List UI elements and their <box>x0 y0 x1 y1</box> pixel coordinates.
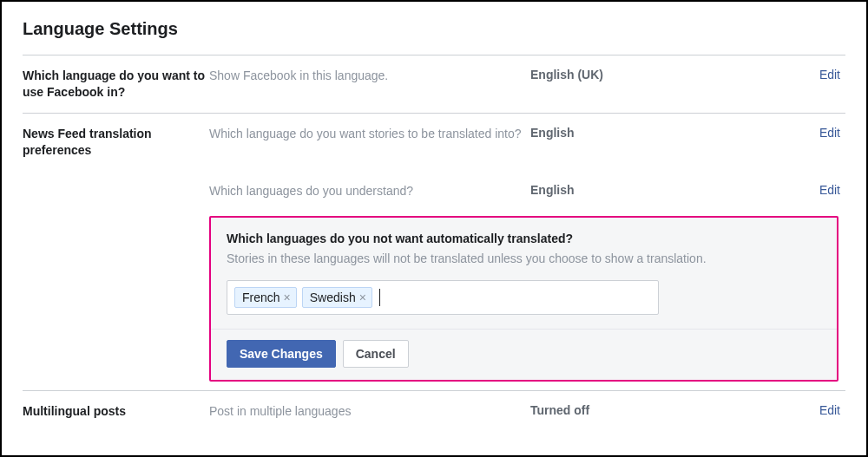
row-value: Turned off <box>530 403 747 417</box>
token-label: Swedish <box>310 291 356 304</box>
settings-frame: Language Settings Which language do you … <box>0 0 868 457</box>
edit-link[interactable]: Edit <box>819 126 845 159</box>
row-description: Post in multiple languages <box>209 403 530 420</box>
row-multilingual-posts: Multilingual posts Post in multiple lang… <box>23 391 845 432</box>
remove-token-icon[interactable]: × <box>284 291 291 304</box>
row-value: English <box>530 126 747 159</box>
token-label: French <box>242 291 280 304</box>
row-value: English <box>530 183 747 199</box>
panel-title: Which languages do you not want automati… <box>227 232 821 245</box>
language-token: Swedish × <box>302 287 372 308</box>
edit-link[interactable]: Edit <box>819 403 845 417</box>
row-label: Which language do you want to use Facebo… <box>23 68 209 101</box>
row-label: News Feed translation preferences <box>23 126 209 159</box>
edit-link[interactable]: Edit <box>819 68 845 82</box>
row-label: Multilingual posts <box>23 403 209 420</box>
cancel-button[interactable]: Cancel <box>343 340 409 368</box>
row-value: English (UK) <box>530 68 747 82</box>
panel-buttons: Save Changes Cancel <box>227 340 821 368</box>
subrow-understand: Which languages do you understand? Engli… <box>23 171 845 212</box>
remove-token-icon[interactable]: × <box>359 291 366 304</box>
subrow-translate-into: News Feed translation preferences Which … <box>23 126 845 171</box>
row-news-feed-translation: News Feed translation preferences Which … <box>23 114 845 382</box>
row-facebook-language: Which language do you want to use Facebo… <box>23 55 845 113</box>
edit-link[interactable]: Edit <box>819 183 845 199</box>
language-token-input[interactable]: French × Swedish × <box>227 280 659 315</box>
panel-subtitle: Stories in these languages will not be t… <box>227 251 821 268</box>
panel-divider <box>211 329 837 330</box>
no-auto-translate-panel: Which languages do you not want automati… <box>209 216 838 382</box>
row-description: Which languages do you understand? <box>209 183 530 199</box>
save-button[interactable]: Save Changes <box>227 340 336 368</box>
page-title: Language Settings <box>23 19 845 39</box>
text-cursor <box>379 289 380 306</box>
row-description: Show Facebook in this language. <box>209 68 530 84</box>
row-description: Which language do you want stories to be… <box>209 126 530 159</box>
language-token: French × <box>234 287 297 308</box>
